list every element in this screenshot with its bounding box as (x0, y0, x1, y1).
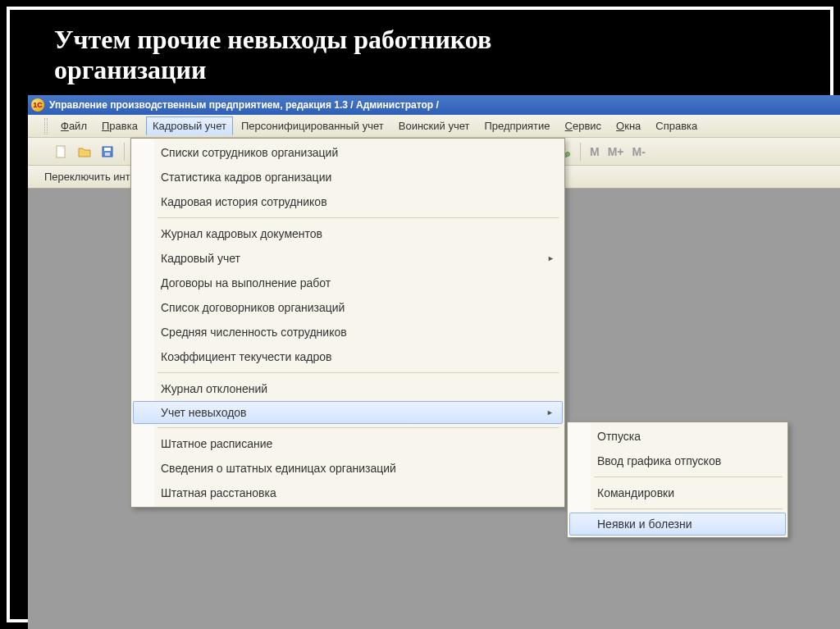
menu-service[interactable]: Сервис (559, 116, 609, 135)
menu-separator (158, 217, 559, 218)
absence-submenu-item-1[interactable]: Ввод графика отпусков (569, 449, 786, 473)
hr-menu-item-12[interactable]: Учет невыходов (133, 401, 563, 424)
hr-menu-item-2[interactable]: Кадровая история сотрудников (133, 189, 563, 214)
dropdown-absence-submenu: ОтпускаВвод графика отпусковКомандировки… (567, 422, 788, 538)
hr-menu-item-11[interactable]: Журнал отклонений (133, 376, 563, 401)
absence-submenu-item-5[interactable]: Неявки и болезни (569, 513, 786, 536)
hr-menu-item-1[interactable]: Статистика кадров организации (133, 165, 563, 189)
hr-menu-item-15[interactable]: Сведения о штатных единицах организаций (133, 456, 563, 481)
hr-menu-item-14[interactable]: Штатное расписание (133, 431, 563, 456)
hr-menu-item-0[interactable]: Списки сотрудников организаций (133, 140, 563, 165)
hr-menu-item-5[interactable]: Кадровый учет (133, 246, 563, 271)
menu-separator (594, 508, 783, 509)
new-document-icon[interactable] (52, 143, 71, 161)
window-titlebar[interactable]: 1C Управление производственным предприят… (28, 95, 840, 115)
save-icon[interactable] (98, 143, 116, 161)
menu-file[interactable]: Файл (54, 116, 94, 135)
menu-personified[interactable]: Персонифицированный учет (235, 116, 390, 135)
hr-menu-item-8[interactable]: Средняя численность сотрудников (133, 320, 563, 344)
svg-point-22 (566, 152, 570, 156)
hr-menu-item-9[interactable]: Коэффициент текучести кадров (133, 344, 563, 369)
absence-submenu-item-3[interactable]: Командировки (569, 481, 786, 505)
slide-title: Учтем прочие невыходы работников организ… (54, 25, 822, 85)
slide-title-line1: Учтем прочие невыходы работников (54, 25, 491, 54)
hr-menu-item-4[interactable]: Журнал кадровых документов (133, 221, 563, 246)
hr-menu-item-16[interactable]: Штатная расстановка (133, 481, 563, 505)
absence-submenu-item-0[interactable]: Отпуска (569, 424, 786, 449)
toolbar-separator (580, 143, 581, 161)
menu-separator (594, 476, 783, 477)
toolbar-separator (124, 143, 125, 161)
svg-rect-2 (104, 148, 111, 151)
menu-windows[interactable]: Окна (609, 116, 647, 135)
switch-interface-button[interactable]: Переключить инте (44, 171, 136, 183)
menu-separator (158, 427, 559, 428)
hr-menu-item-7[interactable]: Список договорников организаций (133, 295, 563, 320)
memory-m-button[interactable]: M (588, 145, 601, 158)
memory-mplus-button[interactable]: M+ (606, 145, 626, 158)
slide-title-line2: организации (54, 55, 206, 84)
svg-rect-3 (105, 153, 110, 156)
dropdown-hr-menu: Списки сотрудников организацийСтатистика… (130, 138, 565, 508)
memory-mminus-button[interactable]: M- (631, 145, 647, 158)
open-folder-icon[interactable] (75, 143, 94, 161)
menu-help[interactable]: Справка (649, 116, 704, 135)
menu-military[interactable]: Воинский учет (392, 116, 477, 135)
menu-bar: Файл Правка Кадровый учет Персонифициров… (28, 115, 840, 138)
menubar-grip-icon[interactable] (44, 118, 48, 134)
menu-enterprise[interactable]: Предприятие (477, 116, 556, 135)
menu-hr[interactable]: Кадровый учет (146, 116, 233, 135)
hr-menu-item-6[interactable]: Договоры на выполнение работ (133, 271, 563, 295)
window-title: Управление производственным предприятием… (49, 99, 439, 111)
menu-edit[interactable]: Правка (95, 116, 144, 135)
menu-separator (158, 372, 559, 373)
app-logo-icon: 1C (31, 98, 44, 112)
